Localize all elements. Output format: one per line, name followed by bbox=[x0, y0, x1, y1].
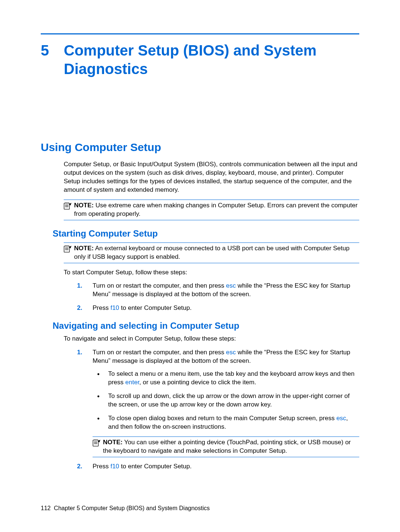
section3-intro: To navigate and select in Computer Setup… bbox=[64, 335, 359, 343]
note-icon bbox=[64, 202, 72, 210]
key-esc: esc bbox=[226, 349, 236, 356]
list-item: To close open dialog boxes and return to… bbox=[93, 414, 359, 431]
note-text: You can use either a pointing device (To… bbox=[103, 439, 351, 454]
list-item: Turn on or restart the computer, and the… bbox=[77, 348, 359, 457]
note-text: Use extreme care when making changes in … bbox=[74, 202, 357, 217]
note-text: An external keyboard or mouse connected … bbox=[74, 245, 350, 260]
svg-rect-0 bbox=[64, 203, 70, 209]
note-external-keyboard: NOTE: An external keyboard or mouse conn… bbox=[64, 242, 359, 263]
page-number: 112 bbox=[41, 505, 51, 511]
list-item: Press f10 to enter Computer Setup. bbox=[77, 462, 359, 471]
section1-paragraph: Computer Setup, or Basic Input/Output Sy… bbox=[64, 160, 359, 194]
key-f10: f10 bbox=[110, 304, 119, 311]
note-extreme-care: NOTE: Use extreme care when making chang… bbox=[64, 200, 359, 220]
note-label: NOTE: bbox=[103, 439, 123, 446]
section2-steps: Turn on or restart the computer, and the… bbox=[77, 282, 359, 312]
key-enter: enter bbox=[125, 379, 139, 386]
section2-intro: To start Computer Setup, follow these st… bbox=[64, 268, 359, 277]
section-using-computer-setup: Using Computer Setup bbox=[41, 141, 359, 154]
section-starting-computer-setup: Starting Computer Setup bbox=[53, 228, 359, 239]
svg-rect-8 bbox=[93, 440, 99, 446]
key-esc: esc bbox=[336, 415, 346, 422]
note-icon bbox=[64, 245, 72, 252]
note-pointing-device: NOTE: You can use either a pointing devi… bbox=[93, 436, 359, 457]
chapter-number: 5 bbox=[41, 41, 49, 60]
key-f10: f10 bbox=[110, 463, 119, 470]
svg-rect-4 bbox=[64, 246, 70, 252]
section-navigating-selecting: Navigating and selecting in Computer Set… bbox=[53, 321, 359, 331]
note-icon bbox=[93, 439, 101, 446]
footer-label: Chapter 5 Computer Setup (BIOS) and Syst… bbox=[54, 505, 210, 511]
section3-steps: Turn on or restart the computer, and the… bbox=[77, 348, 359, 471]
list-item: Turn on or restart the computer, and the… bbox=[77, 282, 359, 299]
note-label: NOTE: bbox=[74, 202, 94, 209]
note-label: NOTE: bbox=[74, 245, 94, 252]
list-item: Press f10 to enter Computer Setup. bbox=[77, 304, 359, 312]
list-item: To scroll up and down, click the up arro… bbox=[93, 392, 359, 409]
top-rule bbox=[41, 33, 359, 34]
page-footer: 112 Chapter 5 Computer Setup (BIOS) and … bbox=[41, 505, 210, 512]
list-item: To select a menu or a menu item, use the… bbox=[93, 370, 359, 387]
chapter-heading: 5 Computer Setup (BIOS) and System Diagn… bbox=[41, 41, 359, 78]
key-esc: esc bbox=[226, 282, 236, 289]
section3-bullets: To select a menu or a menu item, use the… bbox=[93, 370, 359, 431]
chapter-title: Computer Setup (BIOS) and System Diagnos… bbox=[64, 41, 359, 78]
